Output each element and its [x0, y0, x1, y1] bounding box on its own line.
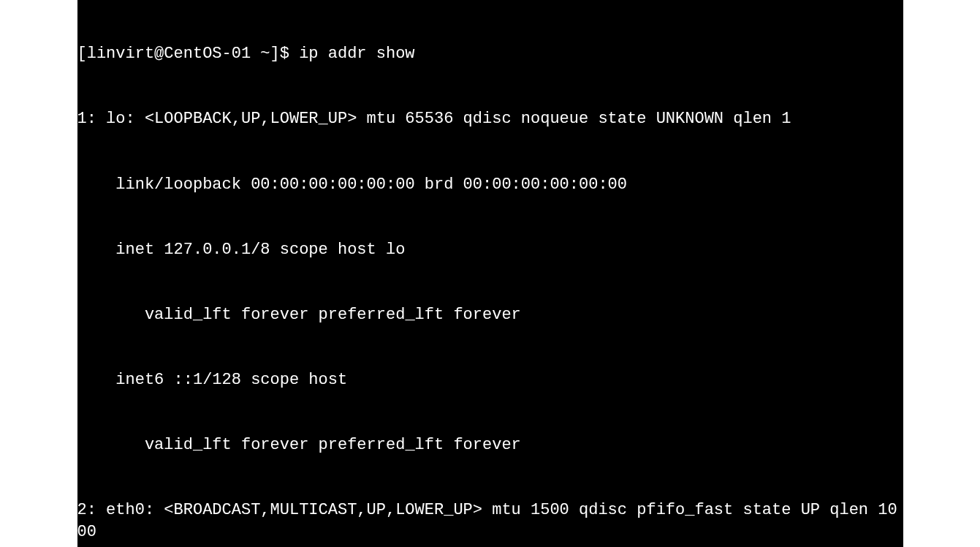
output-line: 1: lo: <LOOPBACK,UP,LOWER_UP> mtu 65536 …	[77, 108, 903, 130]
terminal-window[interactable]: [linvirt@CentOS-01 ~]$ ip addr show 1: l…	[77, 0, 903, 547]
output-line: inet 127.0.0.1/8 scope host lo	[77, 239, 903, 261]
output-line: inet6 ::1/128 scope host	[77, 369, 903, 391]
output-line: link/loopback 00:00:00:00:00:00 brd 00:0…	[77, 174, 903, 196]
output-line: valid_lft forever preferred_lft forever	[77, 434, 903, 456]
output-line: valid_lft forever preferred_lft forever	[77, 304, 903, 326]
output-line: 2: eth0: <BROADCAST,MULTICAST,UP,LOWER_U…	[77, 499, 903, 543]
prompt-line: [linvirt@CentOS-01 ~]$ ip addr show	[77, 43, 903, 65]
